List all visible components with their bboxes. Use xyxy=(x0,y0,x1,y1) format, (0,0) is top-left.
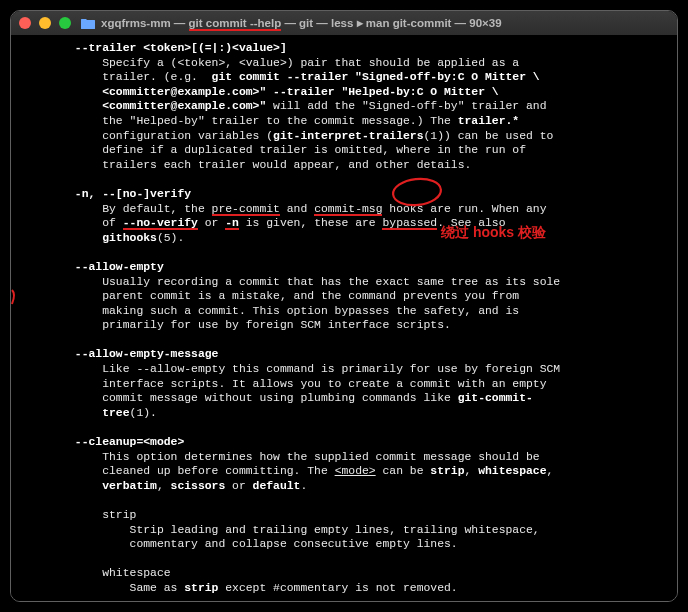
man-line: configuration variables (git-interpret-t… xyxy=(11,129,677,144)
annotation-bypass-hooks: 绕过 hooks 校验 xyxy=(441,225,546,240)
man-line: -n, --[no-]verify xyxy=(11,187,677,202)
man-line: parent commit is a mistake, and the comm… xyxy=(11,289,677,304)
option-heading: --allow-empty-message xyxy=(75,348,219,360)
titlebar[interactable]: xgqfrms-mm — git commit --help — git — l… xyxy=(11,11,677,35)
window-title: xgqfrms-mm — git commit --help — git — l… xyxy=(101,16,502,30)
man-line: trailer. (e.g. git commit --trailer "Sig… xyxy=(11,70,677,85)
flag-no-verify: --no-verify xyxy=(123,217,198,229)
man-blank xyxy=(11,172,677,187)
man-blank xyxy=(11,552,677,567)
sub-heading: whitespace xyxy=(102,567,170,579)
option-heading: -n, --[no-]verify xyxy=(75,188,191,200)
man-line: --trailer <token>[(=|:)<value>] xyxy=(11,41,677,56)
hook-pre-commit: pre-commit xyxy=(212,203,280,215)
man-line: trailers each trailer would appear, and … xyxy=(11,158,677,173)
man-line: This option determines how the supplied … xyxy=(11,450,677,465)
man-line: commit message without using plumbing co… xyxy=(11,391,677,406)
man-line: tree(1). xyxy=(11,406,677,421)
man-line: of --no-verify or -n is given, these are… xyxy=(11,216,677,231)
option-heading: --cleanup=<mode> xyxy=(75,436,184,448)
man-blank xyxy=(11,333,677,348)
man-blank xyxy=(11,420,677,435)
man-blank xyxy=(11,245,677,260)
title-prefix: xgqfrms-mm — xyxy=(101,17,189,29)
man-line: githooks(5). xyxy=(11,231,677,246)
man-line: By default, the pre-commit and commit-ms… xyxy=(11,202,677,217)
sub-heading: strip xyxy=(102,509,136,521)
option-heading: --allow-empty xyxy=(75,261,164,273)
man-blank xyxy=(11,493,677,508)
man-line: <committer@example.com>" will add the "S… xyxy=(11,99,677,114)
minimize-icon[interactable] xyxy=(39,17,51,29)
hook-commit-msg: commit-msg xyxy=(314,203,382,215)
man-line: interface scripts. It allows you to crea… xyxy=(11,377,677,392)
zoom-icon[interactable] xyxy=(59,17,71,29)
man-line: --allow-empty-message xyxy=(11,347,677,362)
man-line: Like --allow-empty this command is prima… xyxy=(11,362,677,377)
word-bypassed: bypassed xyxy=(382,217,437,229)
man-line: verbatim, scissors or default. xyxy=(11,479,677,494)
flag-n: -n xyxy=(225,217,239,229)
man-line: cleaned up before committing. The <mode>… xyxy=(11,464,677,479)
man-line: Usually recording a commit that has the … xyxy=(11,275,677,290)
title-suffix: — git — less ▸ man git-commit — 90×39 xyxy=(281,17,501,29)
man-line: Same as strip except #commentary is not … xyxy=(11,581,677,596)
option-heading: --trailer <token>[(=|:)<value>] xyxy=(75,42,287,54)
man-line: --allow-empty xyxy=(11,260,677,275)
man-line: commentary and collapse consecutive empt… xyxy=(11,537,677,552)
folder-icon xyxy=(81,18,95,29)
man-line: <committer@example.com>" --trailer "Help… xyxy=(11,85,677,100)
man-line: --cleanup=<mode> xyxy=(11,435,677,450)
man-line: primarily for use by foreign SCM interfa… xyxy=(11,318,677,333)
title-command: git commit --help xyxy=(189,17,282,29)
man-line: Specify a (<token>, <value>) pair that s… xyxy=(11,56,677,71)
man-line: making such a commit. This option bypass… xyxy=(11,304,677,319)
window-controls xyxy=(19,17,71,29)
man-line: whitespace xyxy=(11,566,677,581)
man-line: strip xyxy=(11,508,677,523)
man-line: the "Helped-by" trailer to the commit me… xyxy=(11,114,677,129)
man-line: define if a duplicated trailer is omitte… xyxy=(11,143,677,158)
man-line: Strip leading and trailing empty lines, … xyxy=(11,523,677,538)
terminal-window: xgqfrms-mm — git commit --help — git — l… xyxy=(10,10,678,602)
terminal-body[interactable]: --trailer <token>[(=|:)<value>] Specify … xyxy=(11,35,677,602)
close-icon[interactable] xyxy=(19,17,31,29)
